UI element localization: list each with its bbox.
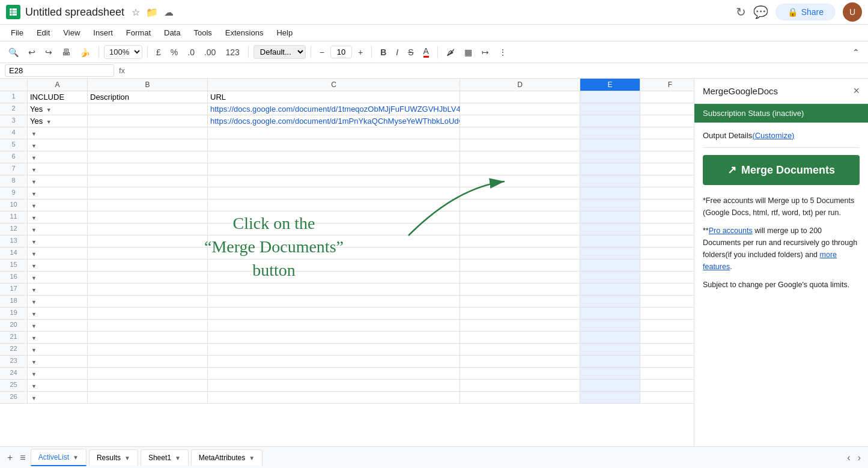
menu-file[interactable]: File bbox=[5, 26, 29, 40]
star-icon[interactable]: ☆ bbox=[132, 7, 140, 18]
font-increase-button[interactable]: + bbox=[354, 45, 366, 59]
dropdown-arrow[interactable]: ▼ bbox=[31, 251, 37, 257]
url-link-3[interactable]: https://docs.google.com/document/d/1mPnY… bbox=[210, 117, 460, 126]
cell-3-d[interactable] bbox=[460, 115, 580, 127]
merge-documents-button[interactable]: ↗ Merge Documents bbox=[703, 155, 860, 185]
formula-input[interactable] bbox=[130, 66, 863, 75]
col-header-a[interactable]: A bbox=[28, 79, 88, 91]
dropdown-arrow[interactable]: ▼ bbox=[31, 347, 37, 353]
menu-tools[interactable]: Tools bbox=[187, 26, 217, 40]
folder-icon[interactable]: 📁 bbox=[146, 7, 158, 18]
cell-5-a[interactable]: ▼ bbox=[28, 139, 88, 151]
merge-cells-button[interactable]: ↦ bbox=[478, 45, 493, 59]
scroll-left-button[interactable]: ‹ bbox=[845, 450, 852, 466]
tab-results-arrow[interactable]: ▼ bbox=[124, 455, 130, 461]
decimal-decrease-button[interactable]: .0 bbox=[184, 45, 198, 59]
cell-4-d[interactable] bbox=[460, 127, 580, 139]
cell-1-c[interactable]: URL bbox=[208, 91, 460, 103]
dropdown-arrow[interactable]: ▼ bbox=[31, 335, 37, 341]
menu-format[interactable]: Format bbox=[120, 26, 157, 40]
menu-data[interactable]: Data bbox=[158, 26, 186, 40]
format-123-button[interactable]: 123 bbox=[222, 45, 243, 59]
col-header-c[interactable]: C bbox=[208, 79, 460, 91]
dropdown-arrow[interactable]: ▼ bbox=[31, 131, 37, 137]
cell-2-a[interactable]: Yes ▼ bbox=[28, 103, 88, 115]
bold-button[interactable]: B bbox=[377, 45, 390, 59]
pro-accounts-link[interactable]: Pro accounts bbox=[709, 226, 753, 235]
tab-sheet1[interactable]: Sheet1 ▼ bbox=[141, 449, 189, 466]
strikethrough-button[interactable]: S bbox=[404, 45, 417, 59]
cell-4-e[interactable] bbox=[580, 127, 640, 139]
cell-2-e[interactable] bbox=[580, 103, 640, 115]
dropdown-arrow[interactable]: ▼ bbox=[31, 215, 37, 221]
col-header-e[interactable]: E bbox=[580, 79, 640, 91]
font-select[interactable]: Default... bbox=[253, 45, 306, 59]
fill-color-button[interactable]: 🌶 bbox=[443, 45, 458, 59]
cell-3-c[interactable]: https://docs.google.com/document/d/1mPnY… bbox=[208, 115, 460, 127]
currency-button[interactable]: £ bbox=[153, 45, 165, 59]
cell-3-f[interactable] bbox=[640, 115, 694, 127]
chat-icon[interactable]: 💬 bbox=[753, 5, 768, 19]
tab-activelist[interactable]: ActiveList ▼ bbox=[31, 449, 86, 466]
dropdown-arrow[interactable]: ▼ bbox=[31, 359, 37, 365]
decimal-increase-button[interactable]: .00 bbox=[201, 45, 219, 59]
cell-1-d[interactable] bbox=[460, 91, 580, 103]
collapse-toolbar-button[interactable]: ⌃ bbox=[849, 45, 863, 59]
dropdown-arrow[interactable]: ▼ bbox=[31, 155, 37, 161]
tab-activelist-arrow[interactable]: ▼ bbox=[73, 454, 79, 461]
share-button[interactable]: 🔒 Share bbox=[775, 4, 836, 20]
cell-1-f[interactable] bbox=[640, 91, 694, 103]
dropdown-arrow[interactable]: ▼ bbox=[46, 119, 52, 125]
col-header-f[interactable]: F bbox=[640, 79, 694, 91]
cell-1-e[interactable] bbox=[580, 91, 640, 103]
cell-4-f[interactable] bbox=[640, 127, 694, 139]
cell-4-c[interactable] bbox=[208, 127, 460, 139]
sheets-menu-button[interactable]: ≡ bbox=[17, 450, 28, 466]
dropdown-arrow[interactable]: ▼ bbox=[31, 167, 37, 173]
dropdown-arrow[interactable]: ▼ bbox=[31, 287, 37, 293]
italic-button[interactable]: I bbox=[392, 45, 402, 59]
menu-view[interactable]: View bbox=[57, 26, 86, 40]
dropdown-arrow[interactable]: ▼ bbox=[31, 179, 37, 185]
add-sheet-button[interactable]: + bbox=[5, 450, 15, 466]
font-decrease-button[interactable]: − bbox=[316, 45, 328, 59]
customize-link[interactable]: (Customize) bbox=[752, 131, 794, 140]
cell-4-b[interactable] bbox=[88, 127, 208, 139]
cell-1-a[interactable]: INCLUDE bbox=[28, 91, 88, 103]
borders-button[interactable]: ▦ bbox=[461, 45, 476, 59]
font-size-input[interactable] bbox=[330, 46, 352, 58]
menu-extensions[interactable]: Extensions bbox=[219, 26, 270, 40]
col-header-b[interactable]: B bbox=[88, 79, 208, 91]
scroll-right-button[interactable]: › bbox=[855, 450, 863, 466]
search-button[interactable]: 🔍 bbox=[5, 45, 22, 59]
url-link-2[interactable]: https://docs.google.com/document/d/1tmeq… bbox=[210, 105, 460, 114]
dropdown-arrow[interactable]: ▼ bbox=[31, 143, 37, 149]
avatar[interactable]: U bbox=[843, 2, 862, 22]
menu-insert[interactable]: Insert bbox=[87, 26, 119, 40]
print-button[interactable]: 🖶 bbox=[58, 45, 74, 59]
cell-3-a[interactable]: Yes ▼ bbox=[28, 115, 88, 127]
tab-sheet1-arrow[interactable]: ▼ bbox=[175, 455, 181, 461]
zoom-select[interactable]: 100% bbox=[104, 45, 142, 59]
cell-1-b[interactable]: Description bbox=[88, 91, 208, 103]
col-header-d[interactable]: D bbox=[460, 79, 580, 91]
redo-button[interactable]: ↪ bbox=[41, 45, 56, 59]
cell-ref-input[interactable] bbox=[5, 64, 114, 77]
cell-2-c[interactable]: https://docs.google.com/document/d/1tmeq… bbox=[208, 103, 460, 115]
tab-metaattributes-arrow[interactable]: ▼ bbox=[249, 455, 255, 461]
dropdown-arrow[interactable]: ▼ bbox=[31, 323, 37, 329]
cell-4-a[interactable]: ▼ bbox=[28, 127, 88, 139]
dropdown-arrow[interactable]: ▼ bbox=[31, 239, 37, 245]
menu-edit[interactable]: Edit bbox=[31, 26, 56, 40]
dropdown-arrow[interactable]: ▼ bbox=[31, 203, 37, 209]
tab-results[interactable]: Results ▼ bbox=[89, 449, 138, 466]
dropdown-arrow[interactable]: ▼ bbox=[31, 191, 37, 197]
dropdown-arrow[interactable]: ▼ bbox=[31, 383, 37, 389]
dropdown-arrow[interactable]: ▼ bbox=[31, 299, 37, 305]
sidebar-close-button[interactable]: × bbox=[853, 85, 860, 97]
dropdown-arrow[interactable]: ▼ bbox=[46, 107, 52, 113]
cell-2-f[interactable] bbox=[640, 103, 694, 115]
cell-3-e[interactable] bbox=[580, 115, 640, 127]
dropdown-arrow[interactable]: ▼ bbox=[31, 371, 37, 377]
dropdown-arrow[interactable]: ▼ bbox=[31, 263, 37, 269]
